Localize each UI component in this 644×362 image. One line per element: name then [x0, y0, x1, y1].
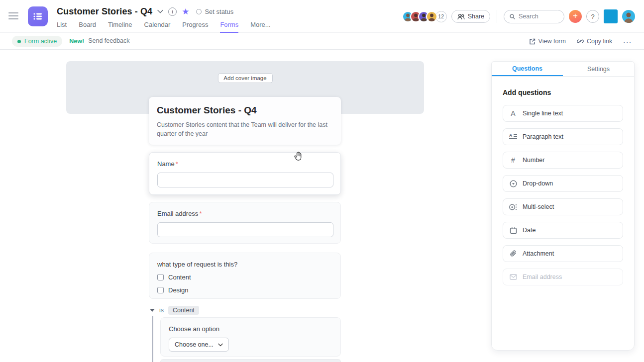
- choose-one-dropdown[interactable]: Choose one...: [169, 338, 229, 352]
- item-label: Number: [523, 157, 544, 164]
- item-label: Single line text: [523, 110, 563, 117]
- design-option-label: Design: [168, 286, 188, 294]
- tab-more[interactable]: More...: [250, 21, 270, 33]
- add-cover-image-button[interactable]: Add cover image: [217, 73, 272, 83]
- new-badge: New!: [69, 38, 84, 45]
- view-tabs: List Board Timeline Calendar Progress Fo…: [57, 21, 271, 33]
- create-button[interactable]: +: [569, 10, 582, 23]
- form-active-badge: Form active: [12, 36, 62, 47]
- collapse-triangle-icon[interactable]: [150, 309, 155, 312]
- form-toolbar: Form active New! Send feedback View form…: [0, 33, 644, 50]
- member-avatars[interactable]: 12: [402, 11, 447, 22]
- option-row-content: Content: [157, 273, 332, 281]
- branch-operator: is: [159, 307, 164, 314]
- content-checkbox[interactable]: [157, 274, 164, 280]
- chevron-down-icon: [218, 343, 223, 347]
- email-input[interactable]: [157, 222, 333, 237]
- copy-link-label: Copy link: [587, 38, 612, 45]
- hamburger-menu-icon[interactable]: [8, 12, 18, 20]
- branch-condition-row: is Content: [150, 306, 199, 315]
- dropdown-placeholder: Choose one...: [175, 341, 214, 348]
- help-button[interactable]: ?: [586, 10, 599, 23]
- number-icon: #: [509, 156, 517, 164]
- tab-timeline[interactable]: Timeline: [108, 21, 132, 33]
- tab-forms[interactable]: Forms: [220, 21, 238, 33]
- search-input[interactable]: [519, 13, 558, 20]
- email-icon: [509, 273, 517, 281]
- set-status-label: Set status: [205, 8, 233, 15]
- add-questions-heading: Add questions: [503, 89, 634, 96]
- item-label: Attachment: [523, 250, 554, 257]
- add-date-button[interactable]: Date: [503, 222, 623, 239]
- request-type-question-label: what type of request is this?: [157, 261, 332, 268]
- item-label: Paragraph text: [523, 133, 563, 140]
- list-glyph-icon: [32, 11, 43, 22]
- chevron-down-icon[interactable]: [157, 9, 163, 13]
- item-label: Drop-down: [523, 180, 553, 187]
- status-circle-icon: [196, 9, 202, 14]
- add-number-button[interactable]: # Number: [503, 152, 623, 169]
- tab-board[interactable]: Board: [79, 21, 96, 33]
- item-label: Multi-select: [523, 203, 554, 210]
- form-builder-sidebar: Questions Settings Add questions A Singl…: [491, 61, 635, 351]
- more-options-button[interactable]: ...: [623, 36, 632, 46]
- set-status-button[interactable]: Set status: [196, 8, 233, 15]
- add-single-line-text-button[interactable]: A Single line text: [503, 105, 623, 122]
- search-bar[interactable]: [504, 10, 564, 23]
- design-checkbox[interactable]: [157, 287, 164, 293]
- form-active-label: Form active: [24, 38, 57, 45]
- send-feedback-link[interactable]: Send feedback: [88, 37, 129, 45]
- date-icon: [509, 226, 517, 234]
- user-avatar[interactable]: [622, 10, 635, 23]
- external-link-icon: [529, 38, 536, 45]
- copy-link-button[interactable]: Copy link: [577, 38, 612, 45]
- question-card-request-type[interactable]: what type of request is this? Content De…: [149, 253, 341, 299]
- choose-option-label: Choose an option: [169, 325, 332, 333]
- link-icon: [577, 38, 584, 45]
- question-type-list: A Single line text A Paragraph text # Nu…: [503, 105, 623, 285]
- form-description: Customer Stories content that the Team w…: [157, 120, 331, 138]
- info-icon[interactable]: i: [168, 7, 177, 16]
- question-card-choose-option[interactable]: Choose an option Choose one...: [160, 317, 341, 357]
- share-button[interactable]: Share: [451, 10, 490, 23]
- required-asterisk: *: [176, 160, 178, 168]
- add-email-address-button: Email address: [503, 269, 623, 285]
- option-row-design: Design: [157, 286, 332, 294]
- branch-value-chip[interactable]: Content: [168, 306, 199, 315]
- tab-progress[interactable]: Progress: [182, 21, 208, 33]
- form-header-card[interactable]: Customer Stories - Q4 Customer Stories c…: [149, 97, 341, 145]
- svg-text:A: A: [509, 133, 512, 138]
- question-card-name[interactable]: Name*: [149, 152, 341, 195]
- add-multi-select-button[interactable]: Multi-select: [503, 198, 623, 215]
- view-form-label: View form: [538, 38, 566, 45]
- active-dot-icon: [17, 40, 21, 43]
- required-asterisk: *: [199, 210, 202, 217]
- tab-questions[interactable]: Questions: [492, 62, 563, 76]
- name-input[interactable]: [157, 173, 333, 187]
- search-icon: [510, 13, 515, 20]
- avatar: [426, 11, 437, 22]
- workspace-logo[interactable]: [604, 9, 618, 23]
- tab-settings[interactable]: Settings: [563, 62, 634, 76]
- favorite-star-icon[interactable]: ★: [182, 7, 189, 16]
- name-field-label: Name: [157, 160, 175, 168]
- form-title: Customer Stories - Q4: [157, 105, 333, 116]
- people-icon: [457, 13, 465, 20]
- divider: [497, 10, 497, 23]
- add-paragraph-text-button[interactable]: A Paragraph text: [503, 128, 623, 145]
- add-drop-down-button[interactable]: Drop-down: [503, 175, 623, 192]
- sidebar-tabs: Questions Settings: [492, 62, 634, 77]
- multi-select-icon: [509, 203, 517, 211]
- email-field-label: Email address: [157, 210, 198, 217]
- project-icon[interactable]: [28, 6, 48, 26]
- tab-list[interactable]: List: [57, 21, 67, 33]
- paragraph-text-icon: A: [509, 133, 517, 141]
- branch-indent-line: [152, 316, 153, 362]
- add-attachment-button[interactable]: Attachment: [503, 245, 623, 262]
- single-line-text-icon: A: [509, 109, 517, 117]
- tab-calendar[interactable]: Calendar: [144, 21, 171, 33]
- attachment-icon: [509, 250, 517, 258]
- question-card-email[interactable]: Email address*: [149, 202, 341, 244]
- top-bar: Customer Stories - Q4 i ★ Set status Lis…: [0, 0, 644, 33]
- view-form-button[interactable]: View form: [529, 38, 566, 45]
